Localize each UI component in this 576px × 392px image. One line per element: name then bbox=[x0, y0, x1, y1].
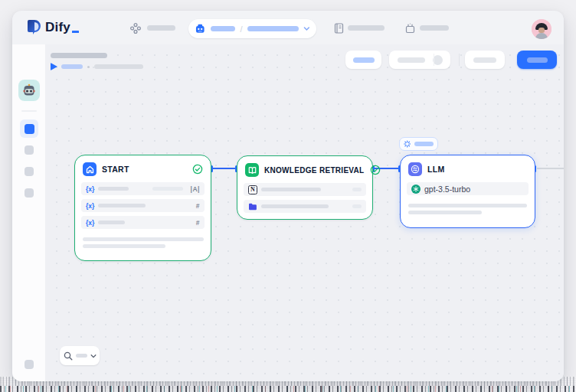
sidebar-item[interactable] bbox=[25, 188, 34, 198]
variable-icon: {x} bbox=[86, 202, 94, 210]
variable-value-skeleton bbox=[152, 187, 183, 191]
preview-label-skeleton bbox=[473, 57, 496, 63]
sidebar-item[interactable] bbox=[25, 145, 34, 155]
model-row[interactable]: gpt-3.5-turbo bbox=[407, 182, 529, 195]
variable-name-skeleton bbox=[98, 187, 129, 191]
publish-label-skeleton bbox=[527, 57, 548, 63]
wallpaper-noise-text bbox=[0, 386, 576, 392]
chevron-down-icon[interactable] bbox=[303, 25, 310, 32]
node-title: KNOWLEDGE RETRIEVAL bbox=[264, 166, 365, 175]
variable-name-skeleton bbox=[98, 220, 125, 224]
zoom-level-skeleton bbox=[76, 354, 87, 358]
user-avatar[interactable] bbox=[532, 19, 551, 39]
variable-row: {x} # bbox=[81, 199, 205, 212]
type-number-icon: # bbox=[196, 219, 200, 227]
workflow-canvas[interactable]: START {x} |A| {x} # bbox=[46, 44, 564, 381]
dataset-meta-skeleton bbox=[352, 204, 362, 208]
node-title: LLM bbox=[427, 165, 444, 174]
node-header: START bbox=[75, 155, 211, 182]
variable-name-skeleton bbox=[98, 204, 146, 207]
top-navbar: Dify / bbox=[12, 11, 564, 44]
sidebar-item-workflow-active[interactable] bbox=[20, 119, 38, 138]
breadcrumb-item-skeleton bbox=[211, 26, 236, 31]
node-start[interactable]: START {x} |A| {x} # bbox=[74, 155, 211, 261]
dataset-row bbox=[244, 200, 366, 213]
breadcrumb-item-skeleton bbox=[247, 26, 299, 31]
run-label-skeleton bbox=[61, 64, 83, 69]
left-sidebar bbox=[12, 44, 46, 381]
llm-running-badge bbox=[399, 137, 438, 151]
breadcrumb-separator: / bbox=[240, 24, 242, 34]
success-check-icon bbox=[192, 164, 203, 175]
zoom-control[interactable] bbox=[60, 346, 100, 365]
book-icon bbox=[245, 163, 259, 177]
segment-label-skeleton bbox=[398, 57, 425, 63]
avatar-person-icon bbox=[532, 19, 551, 39]
dify-app-window: Dify / bbox=[12, 11, 564, 381]
node-header: KNOWLEDGE RETRIEVAL bbox=[237, 156, 372, 183]
run-meta-skeleton bbox=[94, 64, 143, 69]
search-icon bbox=[64, 351, 73, 361]
spinner-icon bbox=[404, 140, 411, 148]
notion-icon: N bbox=[248, 185, 257, 194]
docs-icon[interactable] bbox=[334, 23, 344, 34]
dify-logo-icon bbox=[28, 20, 41, 34]
brand-cursor bbox=[72, 31, 79, 34]
variable-icon: {x} bbox=[86, 219, 94, 227]
model-name: gpt-3.5-turbo bbox=[424, 185, 470, 194]
dataset-name-skeleton bbox=[261, 204, 329, 208]
folder-icon bbox=[248, 202, 257, 211]
last-run-status bbox=[51, 62, 143, 71]
toolbar-divider bbox=[459, 54, 460, 66]
edge-llm-outgoing bbox=[537, 168, 564, 169]
publish-button[interactable] bbox=[517, 51, 557, 69]
nav-label-skeleton bbox=[348, 25, 385, 31]
brand-name: Dify bbox=[45, 20, 70, 34]
success-check-icon bbox=[370, 165, 381, 175]
app-breadcrumb[interactable]: / bbox=[188, 19, 316, 38]
screenshot-root: Dify / bbox=[0, 0, 576, 392]
workflow-icon bbox=[25, 124, 34, 134]
llm-icon bbox=[408, 162, 422, 176]
chevron-down-icon[interactable] bbox=[90, 353, 97, 359]
node-description-skeleton bbox=[83, 237, 203, 248]
sidebar-app-avatar[interactable] bbox=[18, 80, 40, 101]
node-knowledge-retrieval[interactable]: KNOWLEDGE RETRIEVAL N bbox=[237, 155, 373, 220]
play-icon[interactable] bbox=[51, 63, 57, 70]
dataset-row: N bbox=[244, 183, 366, 196]
variable-row: {x} # bbox=[81, 216, 205, 229]
home-icon bbox=[83, 162, 97, 176]
features-button[interactable] bbox=[345, 51, 381, 69]
segment-divider bbox=[434, 54, 434, 66]
robot-icon bbox=[195, 23, 206, 34]
node-llm[interactable]: LLM gpt-3.5-turbo bbox=[400, 155, 535, 228]
dot-separator bbox=[87, 66, 90, 68]
type-number-icon: # bbox=[196, 202, 200, 210]
variable-row: {x} |A| bbox=[81, 182, 205, 195]
run-history-segmented-button[interactable] bbox=[389, 51, 450, 69]
workflow-title-skeleton bbox=[51, 53, 107, 58]
node-description-skeleton bbox=[408, 204, 527, 214]
edge-start-to-knowledge bbox=[211, 168, 237, 169]
dify-logo[interactable]: Dify bbox=[28, 20, 79, 34]
node-header: LLM bbox=[401, 155, 535, 182]
apps-icon[interactable] bbox=[130, 23, 141, 34]
preview-button[interactable] bbox=[465, 51, 505, 69]
openai-icon bbox=[411, 185, 421, 194]
dataset-meta-skeleton bbox=[352, 188, 362, 191]
nav-label-skeleton bbox=[147, 25, 175, 31]
robot-avatar-icon bbox=[21, 83, 37, 98]
dataset-name-skeleton bbox=[261, 188, 321, 191]
sidebar-item[interactable] bbox=[25, 167, 34, 176]
running-label-skeleton bbox=[414, 142, 434, 146]
sidebar-divider bbox=[21, 110, 37, 112]
type-string-icon: |A| bbox=[191, 185, 200, 193]
features-label-skeleton bbox=[353, 57, 375, 63]
plugins-icon[interactable] bbox=[405, 23, 415, 34]
variable-icon: {x} bbox=[86, 185, 94, 193]
nav-label-skeleton bbox=[420, 25, 449, 31]
node-title: START bbox=[102, 165, 129, 174]
sidebar-item-settings[interactable] bbox=[25, 360, 34, 369]
